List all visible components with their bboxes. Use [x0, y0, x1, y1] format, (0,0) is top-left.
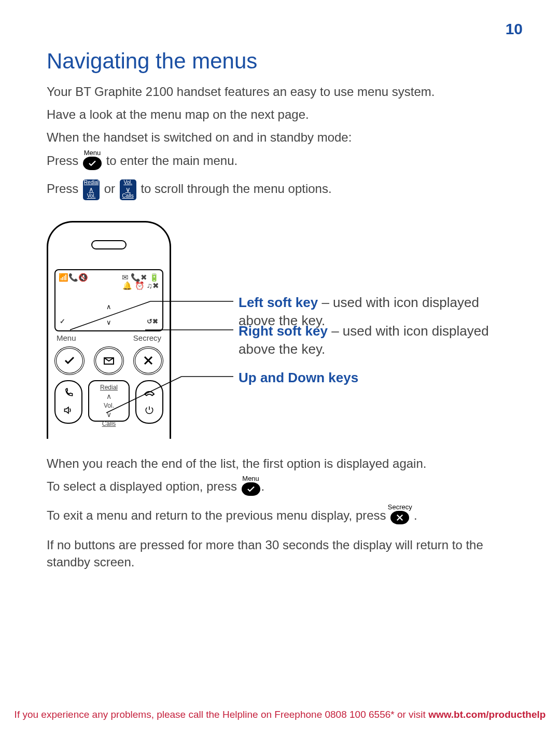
- right-soft-key: [133, 346, 163, 375]
- handset-outline: 📶📞🔇 ✉ 📞✖ 🔋 🔔 ⏰ ♫✖ ∧ ∨ ✓ ↺✖ Menu Secrecy: [47, 221, 171, 439]
- scroll-options-text: to scroll through the menu options.: [141, 182, 331, 196]
- down-key-top-label: Vol.: [123, 180, 132, 186]
- end-of-list-text: When you reach the end of the list, the …: [47, 455, 513, 472]
- menu-check-button-inline-2: Menu: [242, 482, 260, 496]
- nav-key-redial-label: Redial: [100, 383, 118, 392]
- phone-key-row: Redial ∧ Vol. ∨ Calls: [54, 380, 163, 424]
- power-icon: [145, 406, 154, 415]
- chevron-down-icon: ∨: [125, 186, 131, 193]
- secrecy-x-button-inline: Secrecy: [390, 511, 409, 524]
- callout-lead: Right soft key: [239, 323, 328, 339]
- intro-text: Your BT Graphite 2100 handset features a…: [47, 84, 513, 100]
- check-icon: [88, 159, 97, 168]
- timeout-text: If no buttons are pressed for more than …: [47, 537, 513, 571]
- footer-text: If you experience any problems, please c…: [15, 709, 429, 720]
- down-key-inline: Vol. ∨ Calls: [120, 179, 136, 200]
- press-text-2: Press: [47, 182, 78, 196]
- standby-text: When the handset is switched on and in s…: [47, 129, 513, 146]
- end-key: [135, 380, 163, 424]
- status-icons-row: 📶📞🔇 ✉ 📞✖ 🔋 🔔 ⏰ ♫✖: [59, 273, 159, 289]
- page-content: Navigating the menus Your BT Graphite 21…: [0, 0, 560, 571]
- chevron-up-icon: ∧: [106, 392, 111, 401]
- up-key-top-label: Redial: [84, 180, 99, 186]
- to-select-text: To select a displayed option, press: [47, 479, 237, 493]
- callout-lead: Left soft key: [239, 295, 318, 310]
- nav-key-vol-label: Vol.: [104, 401, 114, 410]
- handset-diagram: 📶📞🔇 ✉ 📞✖ 🔋 🔔 ⏰ ♫✖ ∧ ∨ ✓ ↺✖ Menu Secrecy: [47, 221, 513, 444]
- message-key: [94, 346, 124, 375]
- chevron-up-icon: ∧: [89, 186, 94, 193]
- screen-chevron-down-icon: ∨: [106, 318, 111, 327]
- softkey-label-menu: Menu: [57, 333, 76, 343]
- menu-map-text: Have a look at the menu map on the next …: [47, 106, 513, 123]
- page-number: 10: [506, 19, 523, 40]
- softkey-label-row: Menu Secrecy: [54, 333, 163, 343]
- screen-left-soft-icon: ✓: [60, 317, 65, 326]
- handset-screen: 📶📞🔇 ✉ 📞✖ 🔋 🔔 ⏰ ♫✖ ∧ ∨ ✓ ↺✖: [54, 269, 163, 331]
- menu-label: Menu: [84, 149, 101, 156]
- speaker-icon: [63, 405, 74, 415]
- footer-url: www.bt.com/producthelp: [428, 709, 545, 720]
- to-exit-text: To exit a menu and return to the previou…: [47, 508, 386, 522]
- screen-right-soft-icon: ↺✖: [147, 317, 158, 326]
- to-exit-line: To exit a menu and return to the previou…: [47, 507, 513, 525]
- callout-right-soft-key: Right soft key – used with icon displaye…: [239, 322, 513, 358]
- envelope-icon: [103, 354, 115, 367]
- nav-key-calls-label: Calls: [102, 420, 116, 428]
- press-text: Press: [47, 154, 78, 168]
- up-key-bot-label: Vol.: [87, 193, 96, 199]
- navigation-key: Redial ∧ Vol. ∨ Calls: [88, 380, 130, 422]
- menu-check-button-inline: Menu: [83, 157, 102, 170]
- earpiece-slot: [91, 240, 127, 249]
- press-scroll-line: Press Redial ∧ Vol. or Vol. ∨ Calls to s…: [47, 179, 513, 200]
- secrecy-label: Secrecy: [388, 504, 412, 510]
- screen-chevron-up-icon: ∧: [106, 302, 111, 312]
- to-select-period: .: [261, 479, 265, 493]
- x-icon: [142, 354, 155, 367]
- left-soft-key: [54, 346, 85, 375]
- page-title: Navigating the menus: [47, 47, 513, 76]
- phone-down-icon: [144, 388, 155, 398]
- callout-up-down-keys: Up and Down keys: [239, 369, 358, 387]
- softkey-button-row: [54, 346, 163, 375]
- press-enter-line: Press Menu to enter the main menu.: [47, 152, 513, 170]
- status-icons-right-top: ✉ 📞✖ 🔋: [122, 273, 159, 281]
- check-icon: [63, 354, 76, 367]
- menu-label: Menu: [242, 475, 259, 482]
- x-icon: [395, 513, 404, 522]
- down-key-bot-label: Calls: [122, 193, 134, 199]
- chevron-down-icon: ∨: [106, 410, 111, 420]
- or-text: or: [104, 182, 115, 196]
- talk-key: [54, 380, 82, 424]
- footer-helpline: If you experience any problems, please c…: [0, 708, 560, 721]
- softkey-label-secrecy: Secrecy: [133, 333, 161, 343]
- callout-lead: Up and Down keys: [239, 370, 358, 385]
- to-select-line: To select a displayed option, press Menu…: [47, 478, 513, 496]
- status-icons-right-bottom: 🔔 ⏰ ♫✖: [122, 282, 159, 289]
- up-key-inline: Redial ∧ Vol.: [83, 179, 100, 200]
- status-icons-right: ✉ 📞✖ 🔋 🔔 ⏰ ♫✖: [122, 273, 159, 289]
- status-icons-left: 📶📞🔇: [59, 273, 88, 281]
- check-icon: [246, 484, 256, 494]
- enter-main-menu-text: to enter the main menu.: [106, 154, 237, 168]
- phone-icon: [63, 388, 74, 398]
